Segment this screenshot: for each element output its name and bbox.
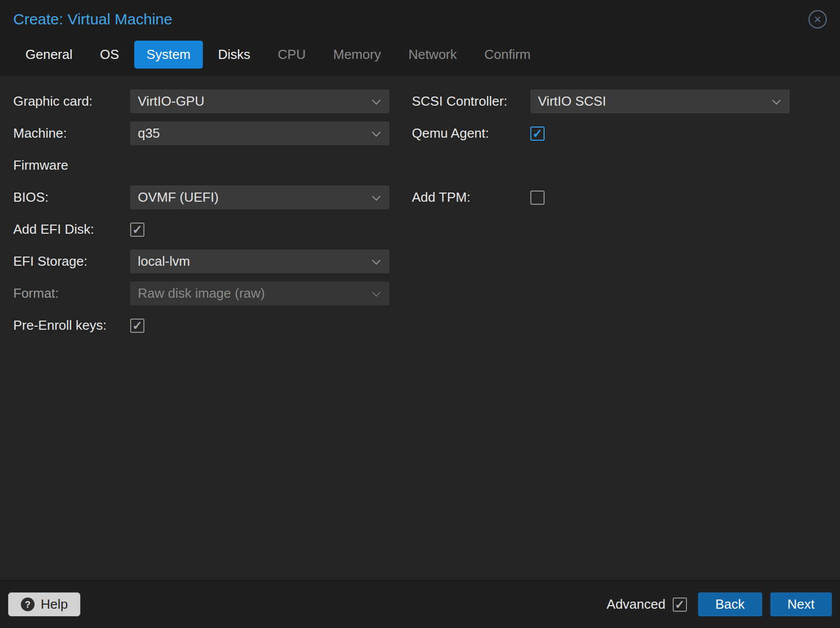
checkmark-icon: ✓ <box>532 128 543 140</box>
tab-network: Network <box>396 41 469 69</box>
right-column-spacer-row <box>412 149 790 181</box>
graphic-card-row: Graphic card: VirtIO-GPU <box>13 85 389 117</box>
chevron-down-icon <box>372 256 381 265</box>
tab-bar: General OS System Disks CPU Memory Netwo… <box>13 41 827 75</box>
checkmark-icon: ✓ <box>132 224 142 236</box>
dialog-header: Create: Virtual Machine ✕ General OS Sys… <box>0 0 840 75</box>
machine-select[interactable]: q35 <box>130 121 389 145</box>
efi-storage-label: EFI Storage: <box>13 254 130 269</box>
bios-label: BIOS: <box>13 190 130 205</box>
qemu-agent-row: Qemu Agent: ✓ <box>412 117 790 149</box>
chevron-down-icon <box>372 128 381 137</box>
tab-system[interactable]: System <box>134 41 203 69</box>
help-button-label: Help <box>41 596 68 612</box>
advanced-label: Advanced <box>607 596 666 612</box>
firmware-section-label: Firmware <box>13 158 68 173</box>
efi-storage-select[interactable]: local-lvm <box>130 249 389 273</box>
create-vm-dialog: Create: Virtual Machine ✕ General OS Sys… <box>0 0 840 628</box>
form-left-column: Graphic card: VirtIO-GPU Machine: q35 Fi… <box>13 85 389 341</box>
chevron-down-icon <box>772 96 781 105</box>
add-tpm-checkbox[interactable] <box>530 191 545 205</box>
graphic-card-select[interactable]: VirtIO-GPU <box>130 89 389 113</box>
scsi-controller-select[interactable]: VirtIO SCSI <box>530 89 790 113</box>
add-efi-disk-checkbox[interactable]: ✓ <box>130 223 144 237</box>
tab-general[interactable]: General <box>13 41 85 69</box>
tab-os[interactable]: OS <box>88 41 132 69</box>
efi-storage-row: EFI Storage: local-lvm <box>13 245 389 277</box>
pre-enroll-keys-row: Pre-Enroll keys: ✓ <box>13 309 389 341</box>
back-button[interactable]: Back <box>698 592 762 616</box>
system-form: Graphic card: VirtIO-GPU Machine: q35 Fi… <box>0 75 840 580</box>
format-value: Raw disk image (raw) <box>138 286 265 301</box>
chevron-down-icon <box>372 288 381 297</box>
qemu-agent-checkbox[interactable]: ✓ <box>530 127 545 141</box>
form-right-column: SCSI Controller: VirtIO SCSI Qemu Agent:… <box>412 85 790 213</box>
graphic-card-value: VirtIO-GPU <box>138 93 204 109</box>
pre-enroll-keys-label: Pre-Enroll keys: <box>13 318 130 333</box>
tab-cpu: CPU <box>265 41 318 69</box>
efi-storage-value: local-lvm <box>138 254 190 269</box>
dialog-title: Create: Virtual Machine <box>13 11 172 28</box>
tab-memory: Memory <box>321 41 393 69</box>
next-button[interactable]: Next <box>770 592 832 616</box>
help-button[interactable]: ? Help <box>8 592 80 616</box>
scsi-controller-label: SCSI Controller: <box>412 93 530 109</box>
bios-select[interactable]: OVMF (UEFI) <box>130 185 389 209</box>
bios-value: OVMF (UEFI) <box>138 190 219 205</box>
machine-value: q35 <box>138 125 160 141</box>
bios-row: BIOS: OVMF (UEFI) <box>13 181 389 213</box>
pre-enroll-keys-checkbox[interactable]: ✓ <box>130 319 144 333</box>
close-x-glyph: ✕ <box>814 15 822 24</box>
dialog-footer: ? Help Advanced ✓ Back Next <box>0 580 840 628</box>
firmware-section-row: Firmware <box>13 149 389 181</box>
add-efi-disk-label: Add EFI Disk: <box>13 222 130 237</box>
close-icon[interactable]: ✕ <box>808 10 827 28</box>
format-select: Raw disk image (raw) <box>130 281 389 305</box>
add-tpm-row: Add TPM: <box>412 181 790 213</box>
chevron-down-icon <box>372 192 381 201</box>
format-label: Format: <box>13 286 130 301</box>
scsi-controller-row: SCSI Controller: VirtIO SCSI <box>412 85 790 117</box>
checkmark-icon: ✓ <box>132 320 142 332</box>
graphic-card-label: Graphic card: <box>13 93 130 109</box>
tab-confirm: Confirm <box>472 41 543 69</box>
add-efi-disk-row: Add EFI Disk: ✓ <box>13 213 389 245</box>
checkmark-icon: ✓ <box>675 599 685 611</box>
add-tpm-label: Add TPM: <box>412 190 530 205</box>
machine-row: Machine: q35 <box>13 117 389 149</box>
format-row: Format: Raw disk image (raw) <box>13 277 389 309</box>
scsi-controller-value: VirtIO SCSI <box>538 93 606 109</box>
help-icon: ? <box>21 598 35 611</box>
chevron-down-icon <box>372 96 381 105</box>
machine-label: Machine: <box>13 125 130 141</box>
tab-disks[interactable]: Disks <box>206 41 263 69</box>
question-glyph: ? <box>25 600 31 609</box>
qemu-agent-label: Qemu Agent: <box>412 125 530 141</box>
advanced-checkbox[interactable]: ✓ <box>673 598 687 612</box>
